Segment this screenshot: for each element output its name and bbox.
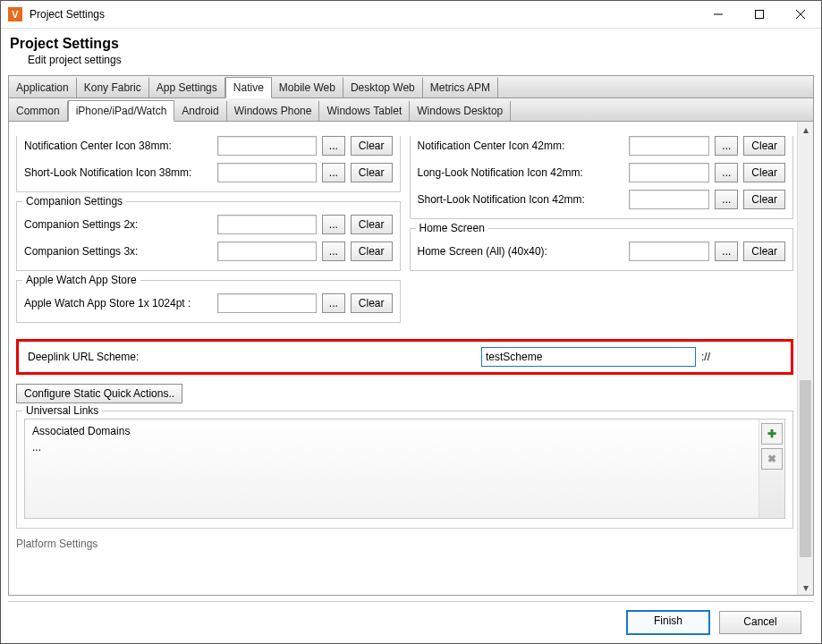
deeplink-url-scheme-input[interactable] (481, 347, 696, 367)
subtab-android[interactable]: Android (174, 101, 226, 121)
clear-button[interactable]: Clear (743, 136, 785, 156)
tab-app-settings[interactable]: App Settings (149, 77, 225, 97)
short-look-38-input[interactable] (217, 163, 317, 182)
field-row: Companion Settings 2x: ... Clear (24, 215, 393, 234)
window: V Project Settings Project Settings Edit… (0, 0, 822, 644)
subtab-windows-tablet[interactable]: Windows Tablet (319, 101, 410, 121)
notification-center-38-input[interactable] (217, 136, 317, 156)
page-subtitle: Edit project settings (1, 52, 821, 75)
field-row: Long-Look Notification Icon 42mm: ... Cl… (418, 163, 786, 182)
long-look-42-input[interactable] (629, 163, 710, 182)
clear-button[interactable]: Clear (351, 215, 393, 234)
associated-domains-list[interactable]: Associated Domains ... (25, 419, 758, 518)
field-label: Companion Settings 2x: (24, 218, 212, 231)
x-icon: ✖ (767, 453, 776, 465)
scrollbar-track[interactable] (798, 137, 813, 580)
deeplink-highlight: Deeplink URL Scheme: :// (16, 339, 793, 375)
group-title: Home Screen (416, 222, 488, 234)
associated-domains-header: Associated Domains (32, 425, 751, 437)
tab-mobile-web[interactable]: Mobile Web (272, 77, 343, 97)
browse-button[interactable]: ... (322, 293, 345, 313)
apple-watch-app-store-group: Apple Watch App Store Apple Watch App St… (16, 280, 401, 323)
page-title: Project Settings (1, 29, 821, 52)
app-store-1x-input[interactable] (217, 293, 317, 313)
home-screen-input[interactable] (629, 242, 710, 261)
vertical-scrollbar[interactable]: ▴ ▾ (797, 122, 813, 595)
associated-domains-toolbar: ✚ ✖ (758, 419, 784, 518)
field-row: Companion Settings 3x: ... Clear (24, 242, 393, 261)
tab-desktop-web[interactable]: Desktop Web (343, 77, 423, 97)
remove-domain-button[interactable]: ✖ (761, 448, 783, 470)
close-button[interactable] (780, 1, 821, 28)
finish-button[interactable]: Finish (626, 610, 710, 635)
tab-application[interactable]: Application (9, 77, 77, 97)
platform-settings-title: Platform Settings (16, 538, 793, 550)
field-label: Short-Look Notification Icon 42mm: (418, 193, 623, 206)
sub-tabbar: Common iPhone/iPad/Watch Android Windows… (9, 98, 813, 122)
maximize-button[interactable] (739, 1, 780, 28)
field-label: Companion Settings 3x: (24, 245, 212, 258)
subtab-iphone-ipad-watch[interactable]: iPhone/iPad/Watch (68, 100, 175, 122)
browse-button[interactable]: ... (715, 163, 738, 182)
deeplink-suffix: :// (701, 351, 710, 363)
watch-icons-left-group: Notification Center Icon 38mm: ... Clear… (16, 136, 401, 192)
window-title: Project Settings (30, 8, 105, 21)
browse-button[interactable]: ... (322, 242, 345, 261)
field-label: Apple Watch App Store 1x 1024pt : (24, 297, 212, 309)
deeplink-label: Deeplink URL Scheme: (28, 351, 139, 363)
cancel-button[interactable]: Cancel (719, 611, 801, 634)
minimize-button[interactable] (698, 1, 739, 28)
native-tab-content: Common iPhone/iPad/Watch Android Windows… (8, 97, 814, 596)
main-tabbar: Application Kony Fabric App Settings Nat… (8, 75, 814, 97)
add-domain-button[interactable]: ✚ (761, 423, 783, 445)
clear-button[interactable]: Clear (743, 242, 785, 261)
field-label: Notification Center Icon 42mm: (418, 140, 623, 152)
browse-button[interactable]: ... (715, 242, 738, 261)
clear-button[interactable]: Clear (743, 163, 785, 182)
field-row: Notification Center Icon 38mm: ... Clear (24, 136, 393, 156)
short-look-42-input[interactable] (629, 190, 710, 209)
field-label: Long-Look Notification Icon 42mm: (418, 166, 623, 179)
associated-domains-placeholder: ... (32, 441, 751, 453)
field-row: Short-Look Notification Icon 42mm: ... C… (418, 190, 786, 209)
notification-center-42-input[interactable] (629, 136, 710, 156)
configure-static-quick-actions-button[interactable]: Configure Static Quick Actions.. (16, 384, 182, 403)
home-screen-group: Home Screen Home Screen (All) (40x40): .… (410, 228, 794, 271)
tab-native[interactable]: Native (225, 77, 272, 98)
settings-scroll-area: Notification Center Icon 38mm: ... Clear… (9, 122, 797, 595)
clear-button[interactable]: Clear (351, 163, 393, 182)
clear-button[interactable]: Clear (743, 190, 785, 209)
scroll-down-arrow-icon[interactable]: ▾ (798, 580, 813, 595)
companion-3x-input[interactable] (217, 242, 317, 261)
associated-domains-container: Associated Domains ... ✚ ✖ (24, 419, 785, 519)
field-label: Notification Center Icon 38mm: (24, 140, 212, 152)
tab-kony-fabric[interactable]: Kony Fabric (77, 77, 149, 97)
clear-button[interactable]: Clear (351, 242, 393, 261)
subtab-common[interactable]: Common (9, 101, 68, 121)
plus-icon: ✚ (767, 428, 776, 440)
browse-button[interactable]: ... (322, 215, 345, 234)
scrollbar-thumb[interactable] (800, 380, 811, 557)
field-row: Short-Look Notification Icon 38mm: ... C… (24, 163, 393, 182)
scroll-up-arrow-icon[interactable]: ▴ (798, 122, 813, 137)
browse-button[interactable]: ... (322, 163, 345, 182)
companion-2x-input[interactable] (217, 215, 317, 234)
browse-button[interactable]: ... (715, 136, 738, 156)
titlebar: V Project Settings (1, 1, 821, 29)
clear-button[interactable]: Clear (351, 293, 393, 313)
group-title: Companion Settings (22, 195, 126, 208)
tab-metrics-apm[interactable]: Metrics APM (423, 77, 498, 97)
browse-button[interactable]: ... (715, 190, 738, 209)
subtab-windows-phone[interactable]: Windows Phone (227, 101, 320, 121)
group-title: Apple Watch App Store (22, 274, 140, 286)
watch-icons-right-group: Notification Center Icon 42mm: ... Clear… (410, 136, 794, 219)
universal-links-group: Universal Links Associated Domains ... ✚ (16, 411, 793, 529)
field-label: Short-Look Notification Icon 38mm: (24, 166, 212, 179)
dialog-footer: Finish Cancel (8, 601, 814, 643)
clear-button[interactable]: Clear (351, 136, 393, 156)
subtab-windows-desktop[interactable]: Windows Desktop (410, 101, 511, 121)
field-label: Home Screen (All) (40x40): (418, 245, 623, 258)
browse-button[interactable]: ... (322, 136, 345, 156)
field-row: Notification Center Icon 42mm: ... Clear (418, 136, 786, 156)
group-title: Universal Links (22, 404, 102, 417)
